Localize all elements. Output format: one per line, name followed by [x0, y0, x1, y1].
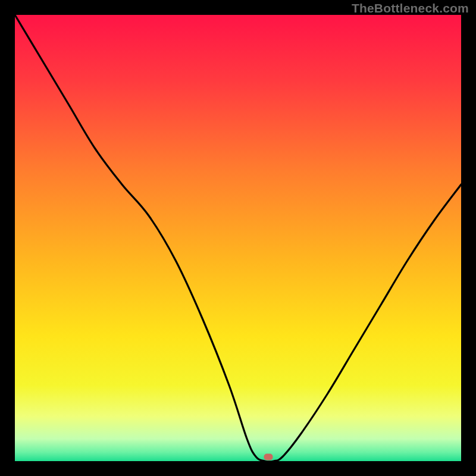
chart-frame: TheBottleneck.com: [0, 0, 476, 476]
attribution-label: TheBottleneck.com: [352, 1, 469, 15]
bottleneck-curve: [15, 15, 461, 461]
optimal-point-marker: [264, 453, 273, 460]
plot-area: [15, 15, 461, 461]
